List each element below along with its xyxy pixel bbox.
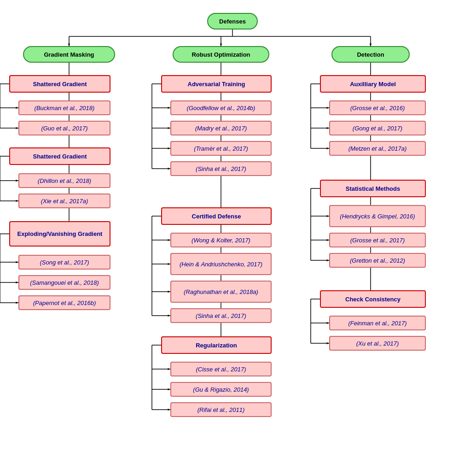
node-(madry-et-al.,-2017): (Madry et al., 2017) [170,121,272,135]
node-(papernot-et-al.,-2016b): (Papernot et al., 2016b) [18,295,110,310]
node-(guo-et-al.,-2017): (Guo et al., 2017) [18,121,110,135]
node-(hein-&-andriushchenko,-2017): (Hein & Andriushchenko, 2017) [170,253,272,275]
node-check-consistency: Check Consistency [320,290,426,308]
node-(tramèr-et-al.,-2017): (Tramèr et al., 2017) [170,141,272,156]
node-(sinha-et-al.,-2017): (Sinha et al., 2017) [170,308,272,323]
node-(wong-&-kolter,-2017): (Wong & Kolter, 2017) [170,233,272,247]
node-shattered-gradient: Shattered Gradient [9,147,110,165]
node-(samangouei-et-al.,-2018): (Samangouei et al., 2018) [18,275,110,290]
node-robust-optimization: Robust Optimization [173,46,269,63]
node-(xu-et-al.,-2017): (Xu et al., 2017) [329,336,426,351]
node-exploding/vanishing-gradient: Exploding/Vanishing Gradient [9,221,110,247]
node-(cisse-et-al.,-2017): (Cisse et al., 2017) [170,362,272,376]
node-(sinha-et-al.,-2017): (Sinha et al., 2017) [170,161,272,176]
node-(feinman-et-al.,-2017): (Feinman et al., 2017) [329,316,426,330]
node-certified-defense: Certified Defense [161,207,272,225]
node-regularization: Regularization [161,336,272,354]
node-(gong-et-al.,-2017): (Gong et al., 2017) [329,121,426,135]
node-(buckman-et-al.,-2018): (Buckman et al., 2018) [18,100,110,115]
node-(metzen-et-al.,-2017a): (Metzen et al., 2017a) [329,141,426,156]
node-(xie-et-al.,-2017a): (Xie et al., 2017a) [18,194,110,208]
node-defenses: Defenses [207,13,258,29]
node-(gretton-et-al.,-2012): (Gretton et al., 2012) [329,253,426,268]
diagram-container: DefensesGradient MaskingRobust Optimizat… [0,0,476,458]
node-auxilliary-model: Auxilliary Model [320,75,426,93]
node-statistical-methods: Statistical Methods [320,180,426,197]
node-(dhillon-et-al.,-2018): (Dhillon et al., 2018) [18,173,110,188]
node-gradient-masking: Gradient Masking [23,46,115,63]
node-(grosse-et-al.,-2016): (Grosse et al., 2016) [329,100,426,115]
node-(gu-&-rigazio,-2014): (Gu & Rigazio, 2014) [170,382,272,397]
node-(raghunathan-et-al.,-2018a): (Raghunathan et al., 2018a) [170,281,272,303]
node-adversarial-training: Adversarial Training [161,75,272,93]
node-shattered-gradient: Shattered Gradient [9,75,110,93]
node-(rifai-et-al.,-2011): (Rifai et al., 2011) [170,402,272,417]
node-(hendrycks-&-gimpel,-2016): (Hendrycks & Gimpel, 2016) [329,205,426,227]
node-(goodfellow-et-al.,-2014b): (Goodfellow et al., 2014b) [170,100,272,115]
node-(grosse-et-al.,-2017): (Grosse et al., 2017) [329,233,426,247]
node-detection: Detection [331,46,410,63]
node-(song-et-al.,-2017): (Song et al., 2017) [18,255,110,270]
